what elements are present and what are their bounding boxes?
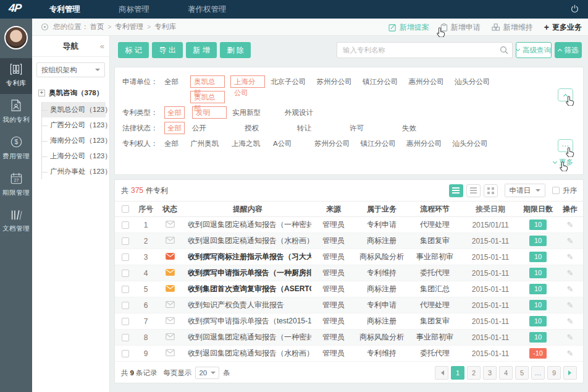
mark-button[interactable]: 标 记	[118, 42, 149, 58]
next-page-button[interactable]	[563, 366, 577, 380]
sidebar-item-deadline-management[interactable]: 27 期限管理	[0, 167, 32, 203]
filter-option[interactable]: 授权	[245, 122, 287, 134]
collapse-filter-button[interactable]	[558, 88, 573, 101]
edit-icon[interactable]: ✎	[567, 252, 574, 262]
filter-option[interactable]: 汕头分公司	[455, 75, 490, 88]
per-page-select[interactable]: 20	[195, 367, 219, 379]
filter-option-selected[interactable]: 全部	[164, 122, 185, 134]
edit-icon[interactable]: ✎	[567, 268, 574, 278]
tree-item[interactable]: 广西分公司（123）	[42, 117, 106, 133]
delete-button[interactable]: 删 除	[220, 42, 251, 58]
add-button[interactable]: 新 增	[186, 42, 217, 58]
edit-icon[interactable]: ✎	[567, 317, 574, 326]
filter-option[interactable]: 全部	[164, 75, 190, 88]
filter-button[interactable]: 筛选	[555, 42, 582, 58]
prev-page-button[interactable]	[435, 366, 448, 380]
row-checkbox[interactable]	[122, 350, 129, 357]
list-view-toggle[interactable]	[449, 184, 463, 197]
sidebar-item-patent-library[interactable]: 专利库	[0, 58, 32, 94]
page-button[interactable]: 5	[515, 366, 529, 380]
tree-item[interactable]: 上海分公司（123）	[42, 148, 106, 164]
filter-option-selected[interactable]: 奥凯总部	[190, 75, 225, 88]
page-button[interactable]: 2	[467, 366, 481, 380]
filter-option[interactable]: 北京子公司	[271, 75, 306, 88]
sidebar-item-my-patents[interactable]: 我的专利	[0, 94, 32, 130]
filter-option-selected[interactable]: 上海分公司	[230, 75, 265, 88]
row-checkbox[interactable]	[122, 302, 129, 309]
filter-option[interactable]: 汕头分公司	[453, 137, 489, 150]
filter-option[interactable]: 惠州分公司	[406, 137, 442, 150]
filter-option[interactable]: 转让	[297, 122, 339, 134]
filter-option[interactable]: 实用新型	[232, 106, 274, 119]
app-logo[interactable]: 4P	[8, 2, 22, 15]
collapse-panel-button[interactable]: «	[100, 36, 104, 57]
grid-view-toggle[interactable]	[484, 184, 498, 197]
row-checkbox[interactable]	[122, 318, 129, 325]
filter-option[interactable]: 苏州分公司	[314, 137, 350, 150]
sidebar-item-document-management[interactable]: 文档管理	[0, 203, 32, 239]
filter-option[interactable]: 上海之凯	[232, 137, 262, 150]
mail-status-icon	[166, 269, 175, 276]
edit-icon[interactable]: ✎	[567, 220, 574, 229]
new-proposal-button[interactable]: 新增提案	[388, 22, 429, 33]
power-icon[interactable]	[570, 4, 579, 15]
advanced-query-button[interactable]: 高级查询	[516, 42, 552, 58]
tree-item[interactable]: 奥凯总公司（123）	[42, 102, 106, 117]
tree-mode-select[interactable]: 按组织架构	[36, 62, 105, 77]
filter-option-selected[interactable]: 全部	[164, 106, 185, 119]
breadcrumb-patent-library[interactable]: 专利库	[154, 22, 176, 32]
filter-option-selected[interactable]: 发明	[192, 106, 227, 119]
tree-item[interactable]: 海南分公司（123）	[42, 133, 106, 148]
row-checkbox[interactable]	[122, 237, 129, 245]
filter-option[interactable]: 全部	[164, 137, 190, 150]
row-checkbox[interactable]	[122, 286, 129, 293]
filter-option[interactable]: 失效	[402, 122, 444, 134]
filter-option[interactable]: A公司	[273, 137, 304, 150]
more-business-button[interactable]: + 更多业务	[544, 22, 582, 33]
sort-field-select[interactable]: 申请日	[505, 184, 546, 197]
select-all-checkbox[interactable]	[122, 205, 129, 213]
top-menu-patent[interactable]: 专利管理	[49, 4, 80, 15]
edit-icon[interactable]: ✎	[567, 300, 574, 310]
filter-option[interactable]: 许可	[350, 122, 392, 134]
page-button[interactable]: 4	[499, 366, 513, 380]
page-button[interactable]: 3	[483, 366, 497, 380]
sidebar-item-fee-management[interactable]: $ 费用管理	[0, 130, 32, 167]
row-checkbox[interactable]	[122, 334, 129, 341]
edit-icon[interactable]: ✎	[567, 333, 574, 342]
search-input[interactable]	[337, 42, 513, 58]
deadline-badge: 10	[529, 236, 547, 246]
filter-option[interactable]: 公开	[192, 122, 234, 134]
top-menu-trademark[interactable]: 商标管理	[119, 4, 149, 15]
detail-view-toggle[interactable]	[466, 184, 481, 197]
filter-option[interactable]: 外观设计	[285, 106, 327, 119]
filter-option[interactable]: 苏州分公司	[317, 75, 353, 88]
page-button[interactable]: 1	[451, 366, 464, 380]
new-maintenance-button[interactable]: 新增维持	[492, 22, 533, 33]
ascending-checkbox[interactable]	[552, 187, 560, 194]
filter-option[interactable]: 广州奥凯	[190, 137, 221, 150]
page-button[interactable]: 9	[547, 366, 561, 380]
avatar[interactable]	[4, 26, 28, 49]
edit-icon[interactable]: ✎	[567, 349, 574, 358]
filter-option-selected[interactable]: 奥凯总部	[190, 91, 225, 103]
search-icon[interactable]	[500, 46, 508, 56]
filter-option[interactable]: 镇江分公司	[363, 75, 398, 88]
more-filters-link[interactable]: 更多	[553, 158, 573, 167]
row-checkbox[interactable]	[122, 221, 129, 229]
edit-icon[interactable]: ✎	[567, 284, 574, 294]
new-application-button[interactable]: 新增申请	[440, 22, 481, 33]
breadcrumb-home[interactable]: 首页	[90, 22, 104, 32]
row-checkbox[interactable]	[122, 254, 129, 261]
tree-expander-icon[interactable]: +	[38, 90, 45, 96]
filter-option[interactable]: 惠州分公司	[409, 75, 445, 88]
tree-item[interactable]: 广州办事处（123）	[42, 164, 106, 179]
row-checkbox[interactable]	[122, 270, 129, 277]
more-options-button[interactable]: ⋯	[558, 139, 573, 152]
breadcrumb-patent-mgmt[interactable]: 专利管理	[115, 22, 143, 32]
edit-icon[interactable]: ✎	[567, 236, 574, 245]
filter-option[interactable]: 镇江分公司	[361, 137, 397, 150]
top-menu-copyright[interactable]: 著作权管理	[188, 4, 227, 15]
tree-root-node[interactable]: + 奥凯咨询（378）	[38, 88, 106, 98]
export-button[interactable]: 导 出	[152, 42, 183, 58]
